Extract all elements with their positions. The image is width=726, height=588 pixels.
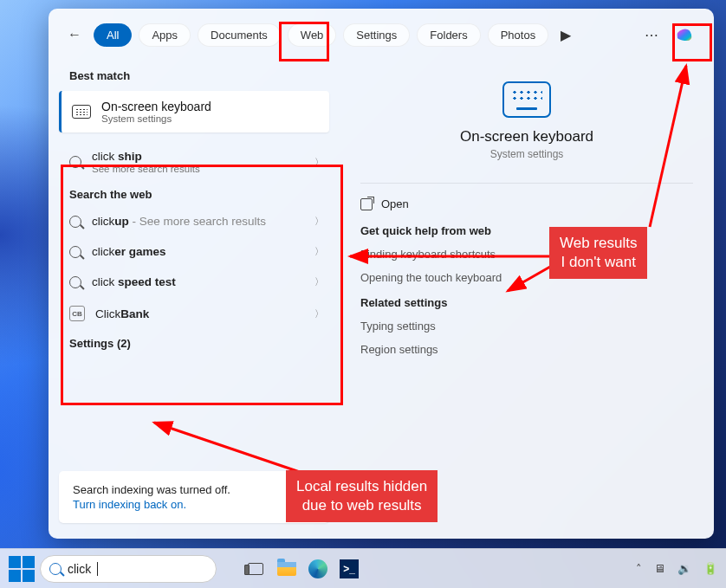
tray-chevron-icon[interactable]: ˄ (636, 562, 642, 575)
tab-web[interactable]: Web (288, 23, 337, 47)
annotation-label-web-results: Web results I don't want (549, 227, 647, 279)
edge-icon (308, 559, 327, 578)
filter-tabs-row: ← All Apps Documents Web Settings Folder… (49, 9, 714, 57)
powershell-icon: >_ (340, 559, 359, 578)
search-web-label: Search the web (49, 183, 340, 206)
start-button[interactable] (9, 556, 35, 582)
best-match-label: Best match (49, 64, 340, 87)
web-result-clickup[interactable]: clickup - See more search results 〉 (49, 206, 340, 236)
clickbank-icon: CB (69, 306, 85, 321)
related-region[interactable]: Region settings (360, 338, 693, 361)
settings-results-header[interactable]: Settings (2) (49, 330, 340, 357)
taskbar: click >_ ˄ 🖥 🔉 🔋 (0, 548, 726, 588)
preview-title: On-screen keyboard (360, 128, 693, 145)
search-icon (69, 156, 81, 168)
suggestion-text: click ship (92, 150, 142, 163)
file-explorer-button[interactable] (274, 556, 300, 582)
tab-photos[interactable]: Photos (488, 23, 548, 47)
battery-icon[interactable]: 🔋 (703, 562, 717, 575)
results-column: Best match On-screen keyboard System set… (49, 57, 340, 539)
open-icon (360, 198, 373, 210)
preview-pane: On-screen keyboard System settings Open … (340, 57, 714, 539)
system-tray[interactable]: ˄ 🖥 🔉 🔋 (636, 562, 717, 575)
tab-documents[interactable]: Documents (198, 23, 281, 47)
divider (360, 183, 693, 184)
tab-all[interactable]: All (94, 23, 132, 47)
suggestion-sub: See more search results (92, 164, 304, 174)
chevron-right-icon: 〉 (314, 215, 324, 228)
search-icon (69, 276, 81, 288)
web-result-speed-test[interactable]: click speed test 〉 (49, 267, 340, 297)
chevron-right-icon: 〉 (314, 307, 324, 320)
keyboard-icon (72, 105, 91, 119)
web-result-clickbank[interactable]: CB ClickBank 〉 (49, 297, 340, 330)
search-icon (69, 216, 81, 228)
options-ellipsis-icon[interactable]: ⋯ (641, 24, 662, 45)
volume-icon[interactable]: 🔉 (677, 562, 691, 575)
powershell-button[interactable]: >_ (336, 556, 362, 582)
back-button[interactable]: ← (62, 23, 87, 47)
best-match-result[interactable]: On-screen keyboard System settings (59, 91, 329, 132)
suggestion-click-ship[interactable]: click ship See more search results 〉 (49, 141, 340, 183)
chevron-right-icon: 〉 (314, 156, 324, 169)
related-typing[interactable]: Typing settings (360, 314, 693, 338)
folder-icon (277, 562, 296, 576)
taskbar-search-box[interactable]: click (40, 555, 217, 583)
network-icon[interactable]: 🖥 (654, 562, 665, 575)
search-icon (69, 246, 81, 258)
keyboard-large-icon (502, 81, 551, 118)
task-view-icon (248, 563, 263, 575)
best-match-title: On-screen keyboard (101, 100, 211, 113)
chevron-right-icon: 〉 (314, 245, 324, 258)
search-icon (49, 563, 62, 575)
open-action[interactable]: Open (360, 191, 693, 217)
tab-folders[interactable]: Folders (417, 23, 480, 47)
web-result-clicker-games[interactable]: clicker games 〉 (49, 236, 340, 267)
text-caret (97, 562, 98, 576)
turn-indexing-on-link[interactable]: Turn indexing back on. (73, 498, 315, 511)
content-area: Best match On-screen keyboard System set… (49, 57, 714, 539)
preview-subtitle: System settings (360, 148, 693, 160)
copilot-icon[interactable] (669, 19, 700, 50)
tab-settings[interactable]: Settings (343, 23, 410, 47)
taskbar-search-text: click (68, 562, 91, 576)
annotation-label-local-hidden: Local results hidden due to web results (286, 470, 438, 522)
tab-apps[interactable]: Apps (139, 23, 191, 47)
chevron-right-icon: 〉 (314, 275, 324, 288)
edge-button[interactable] (305, 556, 331, 582)
best-match-subtitle: System settings (101, 113, 211, 124)
indexing-message: Search indexing was turned off. (73, 483, 315, 496)
task-view-button[interactable] (243, 556, 269, 582)
more-tabs-play-icon[interactable]: ▶ (555, 24, 576, 45)
related-settings-header: Related settings (360, 296, 693, 309)
